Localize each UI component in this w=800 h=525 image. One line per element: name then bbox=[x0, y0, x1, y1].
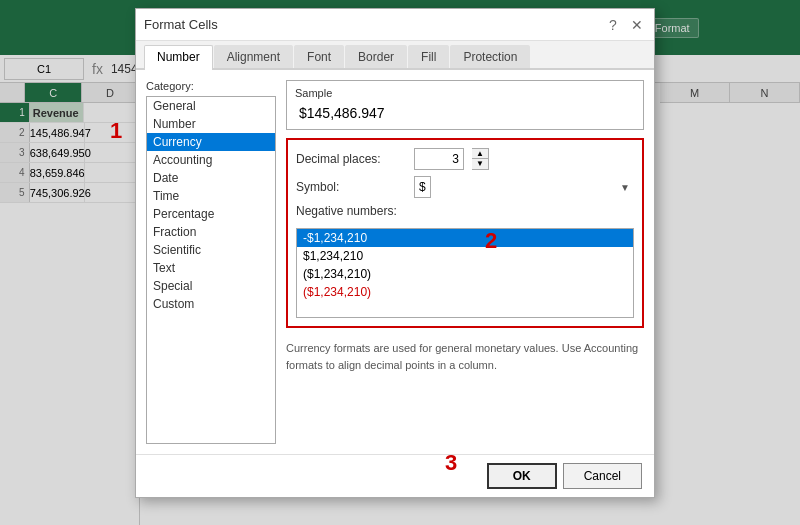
symbol-row: Symbol: $ € £ ¥ ▼ bbox=[296, 176, 634, 198]
sample-label: Sample bbox=[295, 87, 635, 99]
category-scientific[interactable]: Scientific bbox=[147, 241, 275, 259]
decimal-down-button[interactable]: ▼ bbox=[472, 159, 488, 169]
format-panel: Sample $145,486.947 Decimal places: ▲ ▼ … bbox=[286, 80, 644, 444]
format-cells-dialog: Format Cells ? ✕ Number Alignment Font B… bbox=[135, 8, 655, 498]
decimal-up-button[interactable]: ▲ bbox=[472, 149, 488, 159]
help-icon[interactable]: ? bbox=[604, 16, 622, 34]
symbol-select[interactable]: $ € £ ¥ bbox=[414, 176, 431, 198]
annotation-3: 3 bbox=[445, 450, 457, 476]
category-percentage[interactable]: Percentage bbox=[147, 205, 275, 223]
dialog-title-icons: ? ✕ bbox=[604, 16, 646, 34]
tab-font[interactable]: Font bbox=[294, 45, 344, 68]
decimal-label: Decimal places: bbox=[296, 152, 406, 166]
dialog-footer: OK Cancel bbox=[136, 454, 654, 497]
neg-item-2[interactable]: $1,234,210 bbox=[297, 247, 633, 265]
chevron-down-icon: ▼ bbox=[620, 182, 630, 193]
category-special[interactable]: Special bbox=[147, 277, 275, 295]
decimal-spinner: ▲ ▼ bbox=[472, 148, 489, 170]
close-icon[interactable]: ✕ bbox=[628, 16, 646, 34]
cancel-button[interactable]: Cancel bbox=[563, 463, 642, 489]
decimal-input[interactable] bbox=[414, 148, 464, 170]
category-fraction[interactable]: Fraction bbox=[147, 223, 275, 241]
tab-protection[interactable]: Protection bbox=[450, 45, 530, 68]
neg-item-1[interactable]: -$1,234,210 bbox=[297, 229, 633, 247]
negative-list[interactable]: -$1,234,210 $1,234,210 ($1,234,210) ($1,… bbox=[296, 228, 634, 318]
decimal-row: Decimal places: ▲ ▼ bbox=[296, 148, 634, 170]
symbol-label: Symbol: bbox=[296, 180, 406, 194]
category-currency[interactable]: Currency bbox=[147, 133, 275, 151]
category-time[interactable]: Time bbox=[147, 187, 275, 205]
category-panel: Category: General Number Currency Accoun… bbox=[146, 80, 276, 444]
annotation-1: 1 bbox=[110, 118, 122, 144]
annotation-2: 2 bbox=[485, 228, 497, 254]
neg-item-4[interactable]: ($1,234,210) bbox=[297, 283, 633, 301]
category-accounting[interactable]: Accounting bbox=[147, 151, 275, 169]
category-list[interactable]: General Number Currency Accounting Date … bbox=[146, 96, 276, 444]
dialog-body: Category: General Number Currency Accoun… bbox=[136, 70, 654, 454]
tab-fill[interactable]: Fill bbox=[408, 45, 449, 68]
category-custom[interactable]: Custom bbox=[147, 295, 275, 313]
neg-item-3[interactable]: ($1,234,210) bbox=[297, 265, 633, 283]
tab-alignment[interactable]: Alignment bbox=[214, 45, 293, 68]
tab-border[interactable]: Border bbox=[345, 45, 407, 68]
dialog-title-bar: Format Cells ? ✕ bbox=[136, 9, 654, 41]
description-section: Currency formats are used for general mo… bbox=[286, 340, 644, 373]
ok-button[interactable]: OK bbox=[487, 463, 557, 489]
symbol-select-wrapper: $ € £ ¥ ▼ bbox=[414, 176, 634, 198]
category-text[interactable]: Text bbox=[147, 259, 275, 277]
sample-value: $145,486.947 bbox=[295, 103, 635, 123]
sample-section: Sample $145,486.947 bbox=[286, 80, 644, 130]
options-section: Decimal places: ▲ ▼ Symbol: $ € £ bbox=[286, 138, 644, 328]
dialog-title: Format Cells bbox=[144, 17, 218, 32]
category-label: Category: bbox=[146, 80, 276, 92]
category-general[interactable]: General bbox=[147, 97, 275, 115]
description-text: Currency formats are used for general mo… bbox=[286, 342, 638, 371]
dialog-tabs: Number Alignment Font Border Fill Protec… bbox=[136, 41, 654, 70]
category-date[interactable]: Date bbox=[147, 169, 275, 187]
negative-label: Negative numbers: bbox=[296, 204, 634, 218]
category-number[interactable]: Number bbox=[147, 115, 275, 133]
tab-number[interactable]: Number bbox=[144, 45, 213, 70]
